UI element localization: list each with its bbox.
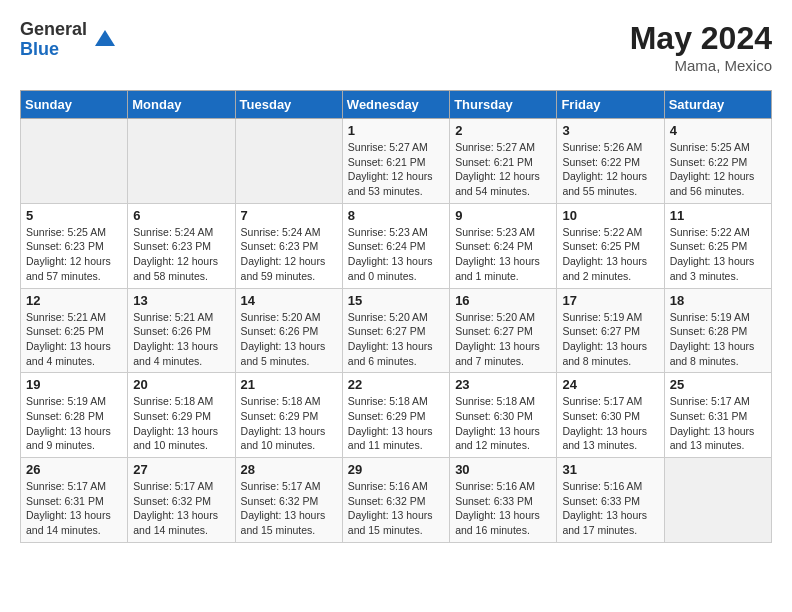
svg-marker-0 (95, 30, 115, 46)
calendar-cell: 1Sunrise: 5:27 AM Sunset: 6:21 PM Daylig… (342, 119, 449, 204)
day-info: Sunrise: 5:17 AM Sunset: 6:32 PM Dayligh… (241, 479, 337, 538)
logo-text: General Blue (20, 20, 87, 60)
weekday-header: Sunday (21, 91, 128, 119)
page-header: General Blue May 2024 Mama, Mexico (20, 20, 772, 74)
day-info: Sunrise: 5:17 AM Sunset: 6:31 PM Dayligh… (670, 394, 766, 453)
day-number: 3 (562, 123, 658, 138)
day-number: 1 (348, 123, 444, 138)
calendar-cell: 22Sunrise: 5:18 AM Sunset: 6:29 PM Dayli… (342, 373, 449, 458)
day-number: 9 (455, 208, 551, 223)
calendar-cell: 6Sunrise: 5:24 AM Sunset: 6:23 PM Daylig… (128, 203, 235, 288)
day-number: 29 (348, 462, 444, 477)
calendar-cell: 9Sunrise: 5:23 AM Sunset: 6:24 PM Daylig… (450, 203, 557, 288)
calendar-cell: 23Sunrise: 5:18 AM Sunset: 6:30 PM Dayli… (450, 373, 557, 458)
weekday-header: Wednesday (342, 91, 449, 119)
day-info: Sunrise: 5:19 AM Sunset: 6:28 PM Dayligh… (670, 310, 766, 369)
calendar-cell: 30Sunrise: 5:16 AM Sunset: 6:33 PM Dayli… (450, 458, 557, 543)
calendar-cell: 28Sunrise: 5:17 AM Sunset: 6:32 PM Dayli… (235, 458, 342, 543)
day-number: 31 (562, 462, 658, 477)
calendar-cell (128, 119, 235, 204)
calendar-cell: 14Sunrise: 5:20 AM Sunset: 6:26 PM Dayli… (235, 288, 342, 373)
calendar-cell (21, 119, 128, 204)
calendar-cell: 16Sunrise: 5:20 AM Sunset: 6:27 PM Dayli… (450, 288, 557, 373)
day-number: 28 (241, 462, 337, 477)
logo: General Blue (20, 20, 119, 60)
calendar-cell: 11Sunrise: 5:22 AM Sunset: 6:25 PM Dayli… (664, 203, 771, 288)
day-info: Sunrise: 5:17 AM Sunset: 6:32 PM Dayligh… (133, 479, 229, 538)
day-info: Sunrise: 5:19 AM Sunset: 6:27 PM Dayligh… (562, 310, 658, 369)
calendar-cell: 19Sunrise: 5:19 AM Sunset: 6:28 PM Dayli… (21, 373, 128, 458)
calendar-cell: 24Sunrise: 5:17 AM Sunset: 6:30 PM Dayli… (557, 373, 664, 458)
calendar-cell: 2Sunrise: 5:27 AM Sunset: 6:21 PM Daylig… (450, 119, 557, 204)
title-block: May 2024 Mama, Mexico (630, 20, 772, 74)
day-number: 13 (133, 293, 229, 308)
day-number: 19 (26, 377, 122, 392)
day-info: Sunrise: 5:23 AM Sunset: 6:24 PM Dayligh… (455, 225, 551, 284)
day-info: Sunrise: 5:20 AM Sunset: 6:26 PM Dayligh… (241, 310, 337, 369)
day-info: Sunrise: 5:16 AM Sunset: 6:32 PM Dayligh… (348, 479, 444, 538)
day-number: 12 (26, 293, 122, 308)
day-number: 25 (670, 377, 766, 392)
day-number: 4 (670, 123, 766, 138)
calendar-table: SundayMondayTuesdayWednesdayThursdayFrid… (20, 90, 772, 543)
calendar-cell: 3Sunrise: 5:26 AM Sunset: 6:22 PM Daylig… (557, 119, 664, 204)
day-info: Sunrise: 5:18 AM Sunset: 6:29 PM Dayligh… (133, 394, 229, 453)
day-info: Sunrise: 5:26 AM Sunset: 6:22 PM Dayligh… (562, 140, 658, 199)
day-info: Sunrise: 5:24 AM Sunset: 6:23 PM Dayligh… (241, 225, 337, 284)
calendar-cell: 29Sunrise: 5:16 AM Sunset: 6:32 PM Dayli… (342, 458, 449, 543)
day-info: Sunrise: 5:19 AM Sunset: 6:28 PM Dayligh… (26, 394, 122, 453)
day-info: Sunrise: 5:25 AM Sunset: 6:23 PM Dayligh… (26, 225, 122, 284)
day-number: 10 (562, 208, 658, 223)
day-info: Sunrise: 5:17 AM Sunset: 6:30 PM Dayligh… (562, 394, 658, 453)
day-info: Sunrise: 5:21 AM Sunset: 6:25 PM Dayligh… (26, 310, 122, 369)
calendar-week-row: 26Sunrise: 5:17 AM Sunset: 6:31 PM Dayli… (21, 458, 772, 543)
day-number: 15 (348, 293, 444, 308)
day-number: 23 (455, 377, 551, 392)
day-info: Sunrise: 5:22 AM Sunset: 6:25 PM Dayligh… (670, 225, 766, 284)
day-number: 7 (241, 208, 337, 223)
calendar-cell: 27Sunrise: 5:17 AM Sunset: 6:32 PM Dayli… (128, 458, 235, 543)
day-number: 6 (133, 208, 229, 223)
calendar-cell: 20Sunrise: 5:18 AM Sunset: 6:29 PM Dayli… (128, 373, 235, 458)
day-number: 22 (348, 377, 444, 392)
calendar-cell: 15Sunrise: 5:20 AM Sunset: 6:27 PM Dayli… (342, 288, 449, 373)
weekday-header: Saturday (664, 91, 771, 119)
logo-blue: Blue (20, 40, 87, 60)
calendar-cell: 7Sunrise: 5:24 AM Sunset: 6:23 PM Daylig… (235, 203, 342, 288)
calendar-cell: 25Sunrise: 5:17 AM Sunset: 6:31 PM Dayli… (664, 373, 771, 458)
day-info: Sunrise: 5:18 AM Sunset: 6:29 PM Dayligh… (241, 394, 337, 453)
calendar-cell: 8Sunrise: 5:23 AM Sunset: 6:24 PM Daylig… (342, 203, 449, 288)
day-number: 11 (670, 208, 766, 223)
calendar-week-row: 5Sunrise: 5:25 AM Sunset: 6:23 PM Daylig… (21, 203, 772, 288)
day-number: 26 (26, 462, 122, 477)
calendar-cell (235, 119, 342, 204)
weekday-header: Tuesday (235, 91, 342, 119)
day-info: Sunrise: 5:21 AM Sunset: 6:26 PM Dayligh… (133, 310, 229, 369)
weekday-header: Friday (557, 91, 664, 119)
day-info: Sunrise: 5:23 AM Sunset: 6:24 PM Dayligh… (348, 225, 444, 284)
logo-icon (91, 26, 119, 54)
day-number: 30 (455, 462, 551, 477)
calendar-week-row: 19Sunrise: 5:19 AM Sunset: 6:28 PM Dayli… (21, 373, 772, 458)
day-info: Sunrise: 5:25 AM Sunset: 6:22 PM Dayligh… (670, 140, 766, 199)
calendar-cell: 18Sunrise: 5:19 AM Sunset: 6:28 PM Dayli… (664, 288, 771, 373)
day-number: 27 (133, 462, 229, 477)
day-info: Sunrise: 5:20 AM Sunset: 6:27 PM Dayligh… (455, 310, 551, 369)
day-info: Sunrise: 5:20 AM Sunset: 6:27 PM Dayligh… (348, 310, 444, 369)
month-year: May 2024 (630, 20, 772, 57)
day-info: Sunrise: 5:16 AM Sunset: 6:33 PM Dayligh… (562, 479, 658, 538)
day-number: 8 (348, 208, 444, 223)
day-number: 14 (241, 293, 337, 308)
day-number: 21 (241, 377, 337, 392)
calendar-cell: 17Sunrise: 5:19 AM Sunset: 6:27 PM Dayli… (557, 288, 664, 373)
calendar-week-row: 1Sunrise: 5:27 AM Sunset: 6:21 PM Daylig… (21, 119, 772, 204)
day-number: 16 (455, 293, 551, 308)
calendar-cell: 5Sunrise: 5:25 AM Sunset: 6:23 PM Daylig… (21, 203, 128, 288)
day-info: Sunrise: 5:22 AM Sunset: 6:25 PM Dayligh… (562, 225, 658, 284)
day-info: Sunrise: 5:16 AM Sunset: 6:33 PM Dayligh… (455, 479, 551, 538)
day-info: Sunrise: 5:17 AM Sunset: 6:31 PM Dayligh… (26, 479, 122, 538)
calendar-cell: 21Sunrise: 5:18 AM Sunset: 6:29 PM Dayli… (235, 373, 342, 458)
location: Mama, Mexico (630, 57, 772, 74)
calendar-cell: 4Sunrise: 5:25 AM Sunset: 6:22 PM Daylig… (664, 119, 771, 204)
calendar-cell: 13Sunrise: 5:21 AM Sunset: 6:26 PM Dayli… (128, 288, 235, 373)
